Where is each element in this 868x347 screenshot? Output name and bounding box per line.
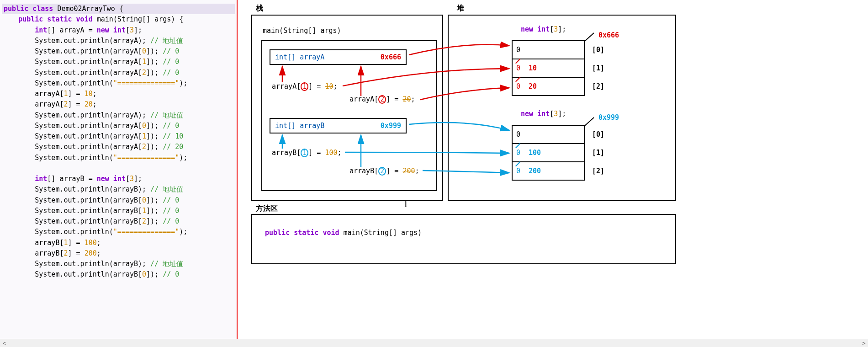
code-line: System.out.println("=============="); <box>2 153 235 163</box>
code-line: System.out.println("=============="); <box>2 78 235 89</box>
code-line: System.out.println(arrayA[2]); // 0 <box>2 68 235 78</box>
code-line: System.out.println(arrayA[2]); // 20 <box>2 142 235 152</box>
code-line: System.out.println(arrayB[0]); // 0 <box>2 195 235 206</box>
method-area-box <box>251 214 676 264</box>
heap-array-A: 0 [0] 0 10 [1] 0 20 [2] <box>512 41 585 96</box>
heap-new-2: new int[3]; <box>521 110 566 118</box>
code-line: arrayB[1] = 100; <box>2 238 235 248</box>
heap-cell: 0 [0] <box>512 40 585 59</box>
horizontal-scrollbar[interactable]: < > <box>0 339 868 347</box>
heap-cell: 0 20 [2] <box>512 77 585 96</box>
code-line: System.out.println(arrayA[0]); // 0 <box>2 121 235 131</box>
code-line-class: public class Demo02ArrayTwo { <box>2 4 235 14</box>
heap-cell: 0 [0] <box>512 125 585 144</box>
code-line: arrayB[2] = 200; <box>2 248 235 259</box>
heap-addr-1: 0x666 <box>598 31 619 39</box>
code-line: System.out.println(arrayA); // 地址值 <box>2 36 235 46</box>
heap-cell: 0 10 [1] <box>512 59 585 78</box>
memory-diagram: 栈 堆 main(String[] args) int[] arrayA 0x6… <box>238 0 868 347</box>
arrayA-addr: 0x666 <box>381 53 401 61</box>
code-line-main: public static void main(String[] args) { <box>2 14 235 25</box>
code-line: System.out.println(arrayB); // 地址值 <box>2 259 235 269</box>
code-line: System.out.println(arrayB[0]); // 0 <box>2 269 235 280</box>
assign-arrayA-1: arrayA[1] = 10; <box>272 82 337 91</box>
code-line: System.out.println(arrayB[1]); // 0 <box>2 206 235 216</box>
arrayB-decl: int[] arrayB <box>275 122 324 130</box>
code-line: System.out.println(arrayA[1]); // 10 <box>2 131 235 142</box>
heap-title: 堆 <box>457 4 464 13</box>
heap-new-1: new int[3]; <box>521 25 566 33</box>
scroll-right-button[interactable]: > <box>860 339 868 347</box>
assign-arrayB-2: arrayB[2] = 200; <box>349 167 419 176</box>
code-line: arrayA[2] = 20; <box>2 99 235 110</box>
code-line: arrayA[1] = 10; <box>2 89 235 99</box>
text-cursor-icon: I <box>404 199 408 209</box>
code-line: int[] arrayB = new int[3]; <box>2 174 235 184</box>
arrayA-var: int[] arrayA 0x666 <box>270 49 407 65</box>
scroll-left-button[interactable]: < <box>0 339 8 347</box>
assign-arrayA-2: arrayA[2] = 20; <box>349 95 415 104</box>
root: public class Demo02ArrayTwo { public sta… <box>0 0 868 347</box>
assign-arrayB-1: arrayB[1] = 100; <box>272 149 342 157</box>
arrayB-var: int[] arrayB 0x999 <box>270 118 407 133</box>
heap-cell: 0 200 [2] <box>512 161 585 181</box>
stack-title: 栈 <box>256 4 263 13</box>
code-line <box>2 163 235 174</box>
heap-array-B: 0 [0] 0 100 [1] 0 200 [2] <box>512 126 585 181</box>
heap-cell: 0 100 [1] <box>512 143 585 162</box>
code-line: System.out.println("=============="); <box>2 227 235 237</box>
code-line: System.out.println(arrayB); // 地址值 <box>2 184 235 195</box>
code-line: System.out.println(arrayA); // 地址值 <box>2 110 235 121</box>
code-line: System.out.println(arrayA[0]); // 0 <box>2 46 235 57</box>
code-line: System.out.println(arrayA[1]); // 0 <box>2 57 235 67</box>
arrayB-addr: 0x999 <box>381 122 401 130</box>
arrayA-decl: int[] arrayA <box>275 53 324 61</box>
method-area-text: public static void main(String[] args) <box>265 229 422 237</box>
main-frame-label: main(String[] args) <box>263 27 341 35</box>
code-editor: public class Demo02ArrayTwo { public sta… <box>0 0 238 347</box>
code-line: int[] arrayA = new int[3]; <box>2 25 235 36</box>
method-area-title: 方法区 <box>256 204 278 214</box>
code-line: System.out.println(arrayB[2]); // 0 <box>2 216 235 227</box>
heap-addr-2: 0x999 <box>598 113 619 122</box>
